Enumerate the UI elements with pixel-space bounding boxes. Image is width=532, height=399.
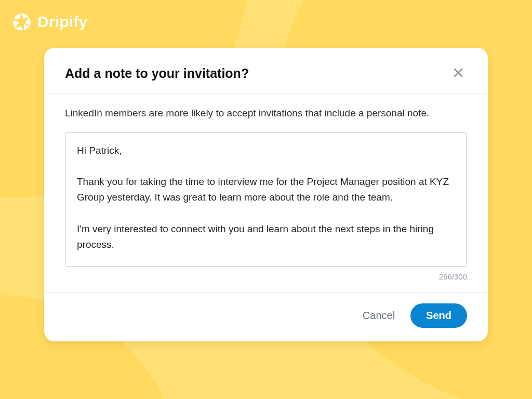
helper-text: LinkedIn members are more likely to acce… (65, 105, 467, 121)
cancel-button[interactable]: Cancel (361, 305, 397, 326)
character-counter: 266/300 (65, 272, 467, 281)
brand-logo: Dripify (11, 11, 87, 32)
modal-title: Add a note to your invitation? (65, 66, 249, 81)
modal-body: LinkedIn members are more likely to acce… (44, 94, 488, 284)
aperture-icon (11, 11, 32, 32)
modal-footer: Cancel Send (44, 292, 488, 341)
close-icon (452, 66, 464, 81)
invitation-note-textarea[interactable] (65, 132, 467, 267)
send-button[interactable]: Send (410, 303, 467, 328)
invitation-note-modal: Add a note to your invitation? LinkedIn … (44, 48, 488, 341)
brand-name: Dripify (37, 13, 87, 31)
close-button[interactable] (449, 64, 467, 82)
modal-header: Add a note to your invitation? (44, 48, 488, 94)
